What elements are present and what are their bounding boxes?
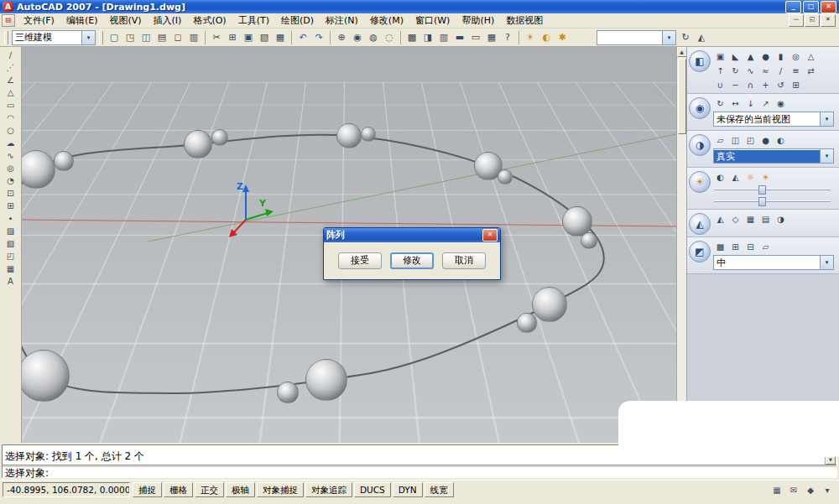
dialog-close-button[interactable]: ✕	[482, 229, 498, 242]
scrollbar-thumb[interactable]	[678, 59, 686, 134]
ellipse-arc-icon[interactable]: ◔	[2, 174, 20, 187]
status-menu-icon[interactable]: ▾	[820, 482, 835, 497]
zoom-window-icon[interactable]: ◍	[366, 30, 381, 45]
polygon-icon[interactable]: △	[2, 86, 20, 99]
close-button[interactable]: ✕	[821, 1, 836, 13]
scroll-up-icon[interactable]: ▲	[677, 47, 687, 57]
menu-item-5[interactable]: 格式(O)	[187, 13, 232, 29]
cylinder-icon[interactable]: ▮	[774, 49, 788, 63]
wedge-icon[interactable]: ◣	[728, 49, 743, 63]
subtract-icon[interactable]: −	[728, 78, 743, 91]
3d-hidden-icon[interactable]: ◰	[743, 133, 758, 147]
box-icon[interactable]: ▣	[713, 49, 727, 63]
cone-icon[interactable]: ▲	[743, 49, 758, 63]
render-icon[interactable]: ◭	[713, 212, 727, 226]
3d-wireframe-icon[interactable]: ◫	[728, 133, 743, 147]
attach-material-icon[interactable]: ⊟	[743, 240, 758, 253]
toggle-osnap[interactable]: 对象捕捉	[257, 482, 304, 497]
torus-icon[interactable]: ◎	[789, 49, 803, 63]
render-panel-icon[interactable]: ◭	[689, 213, 711, 235]
dialog-title-bar[interactable]: 阵列 ✕	[324, 228, 500, 242]
sphere-object[interactable]	[277, 382, 299, 403]
chevron-down-icon[interactable]: ▾	[820, 149, 833, 163]
menu-item-6[interactable]: 工具(T)	[232, 13, 275, 29]
ellipse-icon[interactable]: ◎	[2, 162, 20, 174]
menu-item-2[interactable]: 编辑(E)	[60, 13, 104, 29]
circle-icon[interactable]: ○	[2, 124, 20, 137]
exposure-icon[interactable]: ◑	[774, 212, 788, 226]
swivel-icon[interactable]: ↔	[728, 96, 743, 110]
array-ellipse-path[interactable]	[22, 135, 604, 393]
drawing-icon[interactable]: ▤	[2, 14, 15, 27]
make-block-icon[interactable]: ⊞	[2, 200, 20, 212]
rectangle-icon[interactable]: ▭	[2, 99, 20, 112]
title-bar[interactable]: A AutoCAD 2007 - [Drawing1.dwg] _ □ ✕	[0, 0, 839, 13]
toggle-grid[interactable]: 栅格	[164, 482, 193, 497]
toggle-polar[interactable]: 极轴	[226, 482, 255, 497]
plot-preview-icon[interactable]: ◻	[170, 30, 185, 45]
sphere-object[interactable]	[211, 129, 228, 146]
mdi-minimize-button[interactable]: —	[789, 14, 804, 27]
hatch-icon[interactable]: ▨	[2, 225, 20, 237]
pyramid-icon[interactable]: △	[804, 49, 818, 63]
navigate-panel-icon[interactable]: ◉	[689, 97, 711, 119]
cancel-button[interactable]: 取消	[442, 252, 486, 269]
publish-icon[interactable]: ▥	[186, 30, 201, 45]
sphere-object[interactable]	[336, 123, 362, 148]
block-editor-icon[interactable]: ▦	[273, 30, 288, 45]
mdi-restore-button[interactable]: ◱	[805, 14, 820, 27]
sphere-object[interactable]	[498, 169, 513, 184]
undo-icon[interactable]: ↶	[295, 30, 310, 45]
light-list-icon[interactable]: ✱	[555, 30, 570, 45]
render-region-icon[interactable]: ◇	[728, 212, 743, 226]
menu-item-11[interactable]: 帮助(H)	[456, 13, 500, 29]
light-slider[interactable]	[714, 185, 831, 194]
menu-item-9[interactable]: 修改(M)	[364, 13, 409, 29]
pan-icon[interactable]: ⊕	[334, 30, 349, 45]
accept-button[interactable]: 接受	[338, 252, 382, 269]
named-view-dropdown[interactable]: ▾	[597, 30, 676, 45]
sun-status-icon[interactable]: ☀	[758, 170, 773, 184]
sphere-icon[interactable]: ●	[758, 49, 773, 63]
table-icon[interactable]: ▦	[2, 262, 20, 275]
mdi-close-button[interactable]: ✕	[821, 14, 836, 27]
toolbar-lock-icon[interactable]: ◆	[803, 482, 818, 497]
sheetset-icon[interactable]: ▬	[452, 30, 467, 45]
thicken-icon[interactable]: ≡	[789, 64, 803, 77]
menu-item-3[interactable]: 视图(V)	[103, 13, 147, 29]
properties-icon[interactable]: ▩	[404, 30, 420, 45]
sphere-object[interactable]	[581, 232, 597, 249]
material-editor-icon[interactable]: ▩	[713, 240, 727, 253]
3d-array-icon[interactable]: ⊞	[789, 78, 803, 91]
material-level-dropdown[interactable]: 中▾	[713, 255, 834, 270]
toggle-dyn[interactable]: DYN	[393, 482, 423, 497]
coordinate-display[interactable]: -40.8995, 106.0782, 0.0000	[3, 482, 130, 497]
camera-icon[interactable]: ◉	[774, 96, 788, 110]
menu-item-7[interactable]: 绘图(D)	[275, 13, 320, 29]
polyline-icon[interactable]: ∠	[2, 74, 20, 86]
conceptual-icon[interactable]: ◐	[774, 133, 788, 147]
menu-item-1[interactable]: 文件(F)	[18, 13, 60, 29]
zoom-realtime-icon[interactable]: ◉	[350, 30, 365, 45]
sphere-object[interactable]	[54, 151, 74, 171]
menu-item-8[interactable]: 标注(N)	[320, 13, 364, 29]
arc-icon[interactable]: ◠	[2, 112, 20, 124]
point-light-icon[interactable]: ◐	[539, 30, 554, 45]
chevron-down-icon[interactable]: ▾	[820, 112, 833, 126]
help-icon[interactable]: ?	[500, 30, 515, 45]
visual-style-dropdown[interactable]: 真实▾	[713, 148, 834, 164]
render-icon[interactable]: ◭	[694, 30, 709, 45]
toggle-ducs[interactable]: DUCS	[354, 482, 391, 497]
loft-icon[interactable]: ≈	[758, 64, 773, 77]
line-icon[interactable]: ∕	[2, 49, 20, 61]
revision-cloud-icon[interactable]: ☁	[2, 137, 20, 149]
paste-icon[interactable]: ▣	[241, 30, 256, 45]
toggle-snap[interactable]: 捕捉	[133, 482, 162, 497]
insert-block-icon[interactable]: ⊡	[2, 187, 20, 200]
sphere-object[interactable]	[184, 130, 212, 158]
region-icon[interactable]: ◰	[2, 250, 20, 262]
orbit-icon[interactable]: ↻	[678, 30, 693, 45]
planar-mapping-icon[interactable]: ▱	[758, 240, 773, 253]
command-input[interactable]: 选择对象:	[5, 466, 49, 481]
visual-style-panel-icon[interactable]: ◑	[689, 134, 711, 156]
